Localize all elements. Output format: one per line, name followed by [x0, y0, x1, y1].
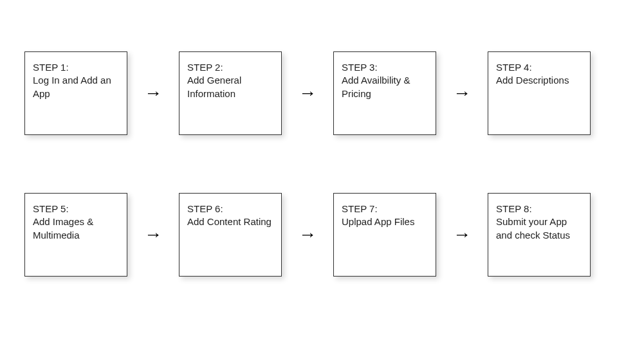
step-label: STEP 6:	[187, 203, 273, 215]
process-flow-diagram: STEP 1: Log In and Add an App → STEP 2: …	[24, 51, 623, 334]
step-label: STEP 4:	[496, 61, 582, 74]
step-box-3: STEP 3: Add Availbility & Pricing	[333, 51, 436, 135]
arrow-right-icon: →	[282, 224, 333, 245]
flow-row-2: STEP 5: Add Images & Multimedia → STEP 6…	[24, 193, 623, 277]
step-box-4: STEP 4: Add Descriptions	[488, 51, 591, 135]
step-label: STEP 8:	[496, 203, 582, 215]
step-description: Log In and Add an App	[33, 74, 119, 100]
step-description: Submit your App and check Status	[496, 215, 582, 242]
step-description: Uplpad App Files	[342, 215, 428, 228]
arrow-right-icon: →	[127, 83, 179, 104]
flow-row-1: STEP 1: Log In and Add an App → STEP 2: …	[24, 51, 623, 135]
step-description: Add Descriptions	[496, 74, 582, 87]
arrow-right-icon: →	[282, 83, 333, 104]
step-label: STEP 2:	[187, 61, 273, 74]
step-box-5: STEP 5: Add Images & Multimedia	[24, 193, 127, 277]
step-label: STEP 7:	[342, 203, 428, 215]
step-description: Add Images & Multimedia	[33, 215, 119, 242]
arrow-right-icon: →	[436, 224, 488, 245]
arrow-right-icon: →	[127, 224, 179, 245]
step-box-7: STEP 7: Uplpad App Files	[333, 193, 436, 277]
step-label: STEP 3:	[342, 61, 428, 74]
step-label: STEP 1:	[33, 61, 119, 74]
step-description: Add Availbility & Pricing	[342, 74, 428, 100]
step-box-2: STEP 2: Add General Information	[179, 51, 282, 135]
arrow-right-icon: →	[436, 83, 488, 104]
step-box-1: STEP 1: Log In and Add an App	[24, 51, 127, 135]
step-label: STEP 5:	[33, 203, 119, 215]
step-box-6: STEP 6: Add Content Rating	[179, 193, 282, 277]
step-description: Add General Information	[187, 74, 273, 100]
step-box-8: STEP 8: Submit your App and check Status	[488, 193, 591, 277]
step-description: Add Content Rating	[187, 215, 273, 228]
